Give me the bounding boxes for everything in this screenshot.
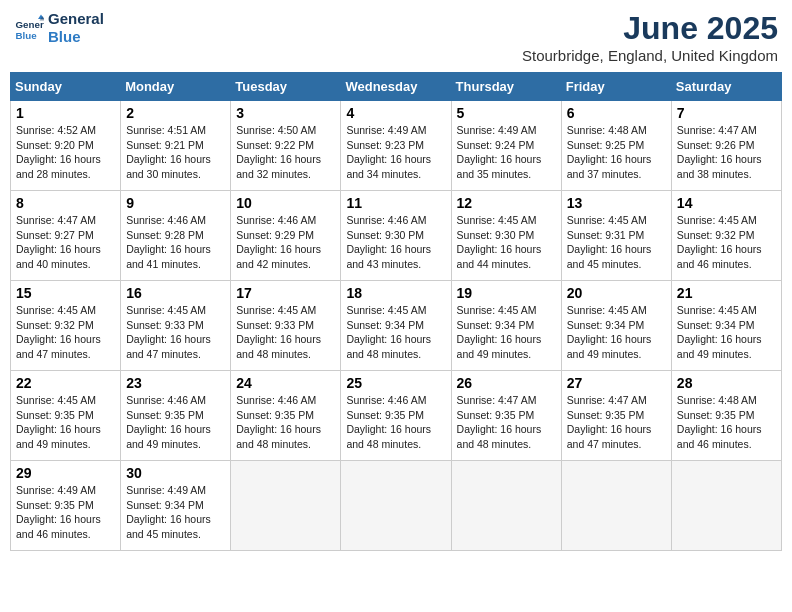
month-title: June 2025 [522, 10, 778, 47]
calendar-cell [451, 461, 561, 551]
day-number: 6 [567, 105, 666, 121]
day-info: Sunrise: 4:47 AMSunset: 9:35 PMDaylight:… [457, 393, 556, 452]
day-info: Sunrise: 4:45 AMSunset: 9:34 PMDaylight:… [346, 303, 445, 362]
day-info: Sunrise: 4:45 AMSunset: 9:31 PMDaylight:… [567, 213, 666, 272]
day-number: 27 [567, 375, 666, 391]
svg-text:General: General [16, 19, 45, 30]
day-info: Sunrise: 4:46 AMSunset: 9:29 PMDaylight:… [236, 213, 335, 272]
day-number: 17 [236, 285, 335, 301]
calendar-cell: 1Sunrise: 4:52 AMSunset: 9:20 PMDaylight… [11, 101, 121, 191]
day-info: Sunrise: 4:45 AMSunset: 9:33 PMDaylight:… [126, 303, 225, 362]
day-number: 20 [567, 285, 666, 301]
logo-text-line2: Blue [48, 28, 104, 46]
day-info: Sunrise: 4:52 AMSunset: 9:20 PMDaylight:… [16, 123, 115, 182]
day-number: 22 [16, 375, 115, 391]
weekday-header-thursday: Thursday [451, 73, 561, 101]
day-info: Sunrise: 4:48 AMSunset: 9:25 PMDaylight:… [567, 123, 666, 182]
logo-text-line1: General [48, 10, 104, 28]
calendar-cell: 29Sunrise: 4:49 AMSunset: 9:35 PMDayligh… [11, 461, 121, 551]
calendar-cell: 16Sunrise: 4:45 AMSunset: 9:33 PMDayligh… [121, 281, 231, 371]
weekday-header-wednesday: Wednesday [341, 73, 451, 101]
calendar-cell [341, 461, 451, 551]
weekday-header-friday: Friday [561, 73, 671, 101]
day-info: Sunrise: 4:46 AMSunset: 9:30 PMDaylight:… [346, 213, 445, 272]
week-row-4: 22Sunrise: 4:45 AMSunset: 9:35 PMDayligh… [11, 371, 782, 461]
day-number: 18 [346, 285, 445, 301]
calendar-cell: 5Sunrise: 4:49 AMSunset: 9:24 PMDaylight… [451, 101, 561, 191]
day-info: Sunrise: 4:45 AMSunset: 9:33 PMDaylight:… [236, 303, 335, 362]
day-number: 11 [346, 195, 445, 211]
day-info: Sunrise: 4:45 AMSunset: 9:32 PMDaylight:… [677, 213, 776, 272]
calendar-cell: 21Sunrise: 4:45 AMSunset: 9:34 PMDayligh… [671, 281, 781, 371]
calendar-cell: 2Sunrise: 4:51 AMSunset: 9:21 PMDaylight… [121, 101, 231, 191]
calendar-cell [561, 461, 671, 551]
day-number: 3 [236, 105, 335, 121]
svg-text:Blue: Blue [16, 30, 38, 41]
day-info: Sunrise: 4:49 AMSunset: 9:24 PMDaylight:… [457, 123, 556, 182]
calendar-cell: 4Sunrise: 4:49 AMSunset: 9:23 PMDaylight… [341, 101, 451, 191]
day-info: Sunrise: 4:49 AMSunset: 9:35 PMDaylight:… [16, 483, 115, 542]
day-number: 12 [457, 195, 556, 211]
day-number: 10 [236, 195, 335, 211]
calendar-cell: 13Sunrise: 4:45 AMSunset: 9:31 PMDayligh… [561, 191, 671, 281]
day-number: 16 [126, 285, 225, 301]
calendar-cell: 9Sunrise: 4:46 AMSunset: 9:28 PMDaylight… [121, 191, 231, 281]
day-info: Sunrise: 4:45 AMSunset: 9:34 PMDaylight:… [457, 303, 556, 362]
day-number: 4 [346, 105, 445, 121]
day-number: 5 [457, 105, 556, 121]
day-info: Sunrise: 4:45 AMSunset: 9:32 PMDaylight:… [16, 303, 115, 362]
day-info: Sunrise: 4:45 AMSunset: 9:30 PMDaylight:… [457, 213, 556, 272]
calendar-cell: 8Sunrise: 4:47 AMSunset: 9:27 PMDaylight… [11, 191, 121, 281]
weekday-header-sunday: Sunday [11, 73, 121, 101]
day-info: Sunrise: 4:46 AMSunset: 9:35 PMDaylight:… [346, 393, 445, 452]
calendar-cell: 18Sunrise: 4:45 AMSunset: 9:34 PMDayligh… [341, 281, 451, 371]
calendar-cell: 17Sunrise: 4:45 AMSunset: 9:33 PMDayligh… [231, 281, 341, 371]
calendar-cell: 10Sunrise: 4:46 AMSunset: 9:29 PMDayligh… [231, 191, 341, 281]
header: General Blue General Blue June 2025 Stou… [10, 10, 782, 64]
calendar-cell [671, 461, 781, 551]
calendar-cell: 19Sunrise: 4:45 AMSunset: 9:34 PMDayligh… [451, 281, 561, 371]
logo: General Blue General Blue [14, 10, 104, 46]
calendar-cell: 30Sunrise: 4:49 AMSunset: 9:34 PMDayligh… [121, 461, 231, 551]
day-number: 15 [16, 285, 115, 301]
calendar-cell: 12Sunrise: 4:45 AMSunset: 9:30 PMDayligh… [451, 191, 561, 281]
calendar-cell: 23Sunrise: 4:46 AMSunset: 9:35 PMDayligh… [121, 371, 231, 461]
day-info: Sunrise: 4:49 AMSunset: 9:23 PMDaylight:… [346, 123, 445, 182]
day-number: 7 [677, 105, 776, 121]
week-row-1: 1Sunrise: 4:52 AMSunset: 9:20 PMDaylight… [11, 101, 782, 191]
calendar-cell: 20Sunrise: 4:45 AMSunset: 9:34 PMDayligh… [561, 281, 671, 371]
calendar-cell: 14Sunrise: 4:45 AMSunset: 9:32 PMDayligh… [671, 191, 781, 281]
day-number: 1 [16, 105, 115, 121]
weekday-header-tuesday: Tuesday [231, 73, 341, 101]
day-info: Sunrise: 4:46 AMSunset: 9:35 PMDaylight:… [126, 393, 225, 452]
calendar-cell: 27Sunrise: 4:47 AMSunset: 9:35 PMDayligh… [561, 371, 671, 461]
weekday-header-monday: Monday [121, 73, 231, 101]
day-info: Sunrise: 4:46 AMSunset: 9:35 PMDaylight:… [236, 393, 335, 452]
calendar-cell: 28Sunrise: 4:48 AMSunset: 9:35 PMDayligh… [671, 371, 781, 461]
day-number: 9 [126, 195, 225, 211]
day-number: 2 [126, 105, 225, 121]
weekday-header-saturday: Saturday [671, 73, 781, 101]
day-number: 29 [16, 465, 115, 481]
day-info: Sunrise: 4:47 AMSunset: 9:27 PMDaylight:… [16, 213, 115, 272]
day-number: 23 [126, 375, 225, 391]
week-row-3: 15Sunrise: 4:45 AMSunset: 9:32 PMDayligh… [11, 281, 782, 371]
calendar-cell: 15Sunrise: 4:45 AMSunset: 9:32 PMDayligh… [11, 281, 121, 371]
day-info: Sunrise: 4:47 AMSunset: 9:35 PMDaylight:… [567, 393, 666, 452]
day-number: 19 [457, 285, 556, 301]
day-number: 28 [677, 375, 776, 391]
day-info: Sunrise: 4:45 AMSunset: 9:34 PMDaylight:… [677, 303, 776, 362]
day-number: 21 [677, 285, 776, 301]
title-area: June 2025 Stourbridge, England, United K… [522, 10, 778, 64]
calendar-cell: 24Sunrise: 4:46 AMSunset: 9:35 PMDayligh… [231, 371, 341, 461]
location: Stourbridge, England, United Kingdom [522, 47, 778, 64]
calendar-table: SundayMondayTuesdayWednesdayThursdayFrid… [10, 72, 782, 551]
calendar-cell: 7Sunrise: 4:47 AMSunset: 9:26 PMDaylight… [671, 101, 781, 191]
calendar-cell [231, 461, 341, 551]
day-number: 26 [457, 375, 556, 391]
day-number: 24 [236, 375, 335, 391]
day-info: Sunrise: 4:45 AMSunset: 9:35 PMDaylight:… [16, 393, 115, 452]
day-info: Sunrise: 4:48 AMSunset: 9:35 PMDaylight:… [677, 393, 776, 452]
day-info: Sunrise: 4:49 AMSunset: 9:34 PMDaylight:… [126, 483, 225, 542]
week-row-2: 8Sunrise: 4:47 AMSunset: 9:27 PMDaylight… [11, 191, 782, 281]
